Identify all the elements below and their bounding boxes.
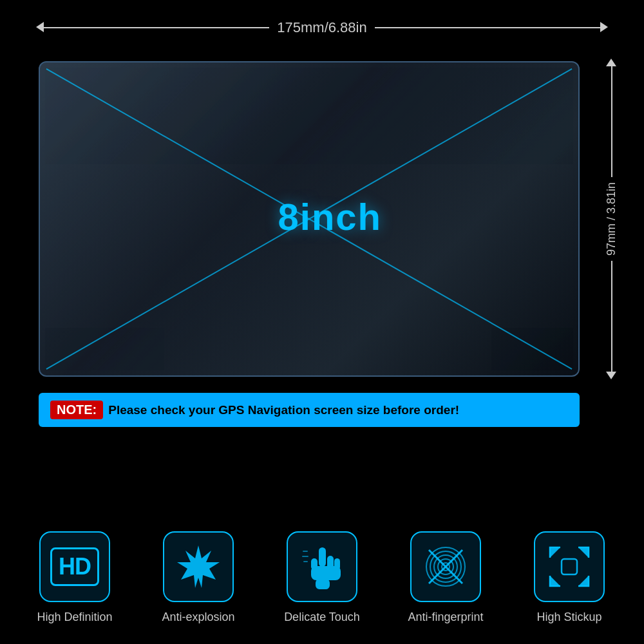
svg-rect-23 [562, 559, 577, 574]
expand-icon-box [534, 531, 605, 602]
touch-icon [301, 544, 343, 589]
note-text: Please check your GPS Navigation screen … [108, 403, 459, 417]
arrow-line-left [39, 27, 269, 28]
arrow-line-bottom [611, 261, 612, 377]
feature-burst-label: Anti-explosion [162, 610, 234, 625]
vertical-label: 97mm / 3.81in [604, 177, 619, 261]
feature-hd-label: High Definition [37, 610, 112, 625]
feature-stickup-label: High Stickup [536, 610, 601, 625]
feature-touch-label: Delicate Touch [284, 610, 360, 625]
svg-rect-8 [316, 579, 330, 589]
svg-rect-11 [303, 561, 308, 562]
horizontal-dimension: 175mm/6.88in [39, 19, 605, 36]
fp-icon-box [410, 531, 481, 602]
svg-marker-22 [578, 576, 589, 586]
svg-rect-3 [319, 547, 326, 567]
glass-screen-container: 8inch [39, 61, 580, 377]
horizontal-label: 175mm/6.88in [269, 19, 374, 36]
fingerprint-icon [424, 545, 468, 589]
vertical-dimension: 97mm / 3.81in [592, 61, 631, 377]
touch-icon-box [287, 531, 357, 602]
feature-fp-label: Anti-fingerprint [408, 610, 483, 625]
hd-icon: HD [50, 547, 99, 586]
burst-icon-box [163, 531, 234, 602]
feature-stickup: High Stickup [518, 531, 621, 625]
svg-marker-2 [177, 545, 220, 588]
burst-icon [176, 544, 221, 589]
arrow-line-right [375, 27, 605, 28]
feature-touch: Delicate Touch [270, 531, 374, 625]
expand-icon [547, 545, 591, 589]
features-row: HD High Definition Anti-explosion [13, 531, 631, 625]
svg-rect-9 [303, 551, 308, 552]
feature-fingerprint: Anti-fingerprint [394, 531, 497, 625]
note-keyword: NOTE: [50, 401, 103, 419]
svg-marker-19 [550, 547, 560, 558]
svg-rect-10 [302, 556, 308, 557]
size-label: 8inch [278, 195, 383, 238]
svg-marker-21 [550, 576, 560, 586]
arrow-line-top [611, 61, 612, 177]
glass-screen: 8inch [39, 61, 580, 377]
note-bar: NOTE: Please check your GPS Navigation s… [39, 393, 580, 427]
svg-marker-20 [578, 547, 589, 558]
feature-anti-explosion: Anti-explosion [147, 531, 250, 625]
feature-hd: HD High Definition [23, 531, 126, 625]
hd-icon-box: HD [39, 531, 110, 602]
svg-rect-7 [311, 566, 341, 580]
